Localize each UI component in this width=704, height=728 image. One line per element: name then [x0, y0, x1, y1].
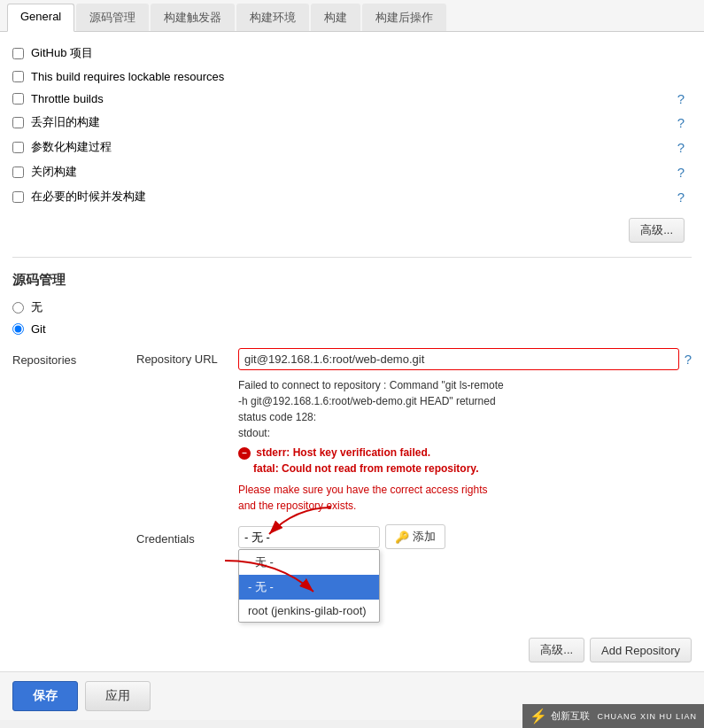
error-line-2: -h git@192.168.1.6:root/web-demo.git HEA… [238, 393, 679, 409]
help-icon-url[interactable]: ? [685, 352, 692, 367]
watermark-logo-icon: ⚡ [530, 708, 547, 724]
tab-general[interactable]: General [7, 4, 74, 32]
dropdown-item-none1[interactable]: - 无 - [239, 550, 379, 575]
radio-git-label: Git [31, 322, 46, 336]
error-line-6: fatal: Could not read from remote reposi… [253, 461, 679, 476]
credentials-select-wrap: - 无 - - 无 - root (jenkins-gilab-root) - … [238, 526, 380, 548]
advanced-button[interactable]: 高级... [629, 218, 685, 243]
repo-url-label: Repository URL [136, 348, 238, 366]
checkbox-param-input[interactable] [12, 142, 24, 153]
repositories-label: Repositories [12, 348, 128, 662]
checkbox-github-label: GitHub 项目 [31, 45, 93, 61]
repo-url-input[interactable] [238, 348, 679, 370]
checkbox-concurrent-label: 在必要的时候并发构建 [31, 189, 146, 205]
checkbox-lockable: This build requires lockable resources [12, 66, 692, 88]
key-icon: 🔑 [395, 531, 409, 544]
radio-git-row: Git [12, 319, 692, 339]
checkbox-param: 参数化构建过程 ? [12, 135, 692, 159]
watermark-url: CHUANG XIN HU LIAN [597, 712, 697, 721]
main-content: GitHub 项目 This build requires lockable r… [0, 32, 704, 671]
checkbox-concurrent: 在必要的时候并发构建 ? [12, 184, 692, 209]
radio-none-label: 无 [31, 299, 43, 315]
checkbox-close-input[interactable] [12, 167, 24, 178]
error-stderr-row: – stderr: Host key verification failed. [238, 445, 679, 461]
credentials-row: Credentials - 无 - - 无 - root (jenkins-gi… [136, 524, 692, 549]
tab-env[interactable]: 构建环境 [236, 4, 309, 31]
error-line-9: and the repository exists. [238, 498, 679, 514]
checkbox-lockable-label: This build requires lockable resources [31, 70, 224, 83]
checkbox-github: GitHub 项目 [12, 41, 692, 66]
help-icon-param[interactable]: ? [677, 140, 685, 155]
error-line-1: Failed to connect to repository : Comman… [238, 377, 679, 393]
error-line-8: Please make sure you have the correct ac… [238, 482, 679, 498]
repo-url-input-wrap: Failed to connect to repository : Comman… [238, 348, 679, 517]
watermark-text: 创新互联 [551, 709, 590, 723]
error-box: Failed to connect to repository : Comman… [238, 374, 679, 517]
advanced-row: 高级... [12, 209, 692, 252]
credentials-dropdown: - 无 - - 无 - root (jenkins-gilab-root) [238, 549, 380, 623]
tab-post[interactable]: 构建后操作 [362, 4, 446, 31]
radio-none-input[interactable] [12, 302, 24, 314]
help-icon-concurrent[interactable]: ? [677, 190, 685, 205]
tab-source[interactable]: 源码管理 [76, 4, 149, 31]
radio-git-input[interactable] [12, 323, 24, 335]
checkbox-concurrent-input[interactable] [12, 191, 24, 203]
error-line-5: stderr: Host key verification failed. [256, 446, 430, 459]
checkbox-github-input[interactable] [12, 48, 24, 59]
dropdown-item-root[interactable]: root (jenkins-gilab-root) [239, 600, 379, 622]
help-icon-close[interactable]: ? [677, 165, 685, 180]
checkbox-throttle: Throttle builds ? [12, 88, 692, 110]
advanced-repo-button[interactable]: 高级... [529, 638, 584, 662]
add-repo-button[interactable]: Add Repository [590, 638, 692, 662]
help-icon-discard[interactable]: ? [677, 115, 685, 130]
checkbox-discard-input[interactable] [12, 117, 24, 128]
tab-bar: General 源码管理 构建触发器 构建环境 构建 构建后操作 [0, 0, 704, 32]
tab-build[interactable]: 构建 [311, 4, 360, 31]
dropdown-item-none2[interactable]: - 无 - [239, 575, 379, 600]
checkbox-close: 关闭构建 ? [12, 159, 692, 184]
error-line-4: stdout: [238, 425, 679, 441]
repo-url-row: Repository URL Failed to connect to repo… [136, 348, 692, 517]
checkbox-throttle-input[interactable] [12, 93, 24, 105]
source-section-header: 源码管理 [12, 263, 692, 296]
tab-trigger[interactable]: 构建触发器 [151, 4, 235, 31]
repositories-section: Repositories ? Repository URL Failed to … [12, 348, 692, 662]
repo-bottom-row: 高级... Add Repository [136, 638, 692, 662]
credentials-select[interactable]: - 无 - - 无 - root (jenkins-gilab-root) [238, 526, 380, 548]
credentials-label: Credentials [136, 528, 238, 546]
checkbox-discard-label: 丢弃旧的构建 [31, 114, 100, 130]
checkbox-close-label: 关闭构建 [31, 164, 77, 180]
apply-button[interactable]: 应用 [85, 681, 151, 711]
add-credential-label: 添加 [413, 529, 436, 545]
section-divider [12, 257, 692, 258]
checkbox-param-label: 参数化构建过程 [31, 139, 112, 155]
checkbox-throttle-label: Throttle builds [31, 92, 104, 105]
watermark: ⚡ 创新互联 CHUANG XIN HU LIAN [522, 704, 704, 728]
checkbox-lockable-input[interactable] [12, 71, 24, 82]
add-credential-button[interactable]: 🔑 添加 [385, 524, 445, 549]
checkbox-discard: 丢弃旧的构建 ? [12, 110, 692, 135]
save-button[interactable]: 保存 [12, 681, 78, 711]
repo-content: ? Repository URL Failed to connect to re… [128, 348, 692, 662]
error-circle-icon: – [238, 447, 251, 460]
help-icon-throttle[interactable]: ? [677, 91, 685, 106]
radio-none-row: 无 [12, 296, 692, 319]
error-line-3: status code 128: [238, 409, 679, 425]
